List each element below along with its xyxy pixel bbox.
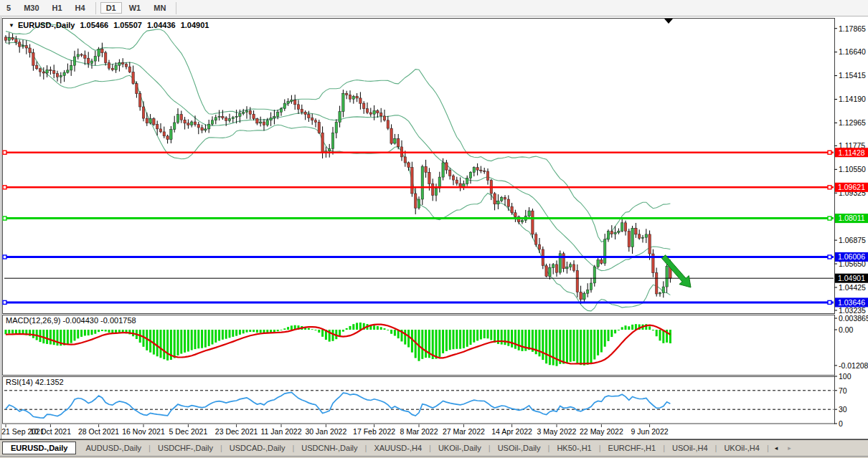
- candle-bull: [587, 290, 589, 293]
- date-axis-label[interactable]: 3 May 2022: [537, 427, 577, 436]
- candle-bear: [156, 125, 159, 129]
- macd-bar: [456, 330, 458, 349]
- price-axis-label[interactable]: 1.10550: [839, 165, 866, 173]
- macd-bar: [652, 330, 654, 330]
- macd-bar: [387, 330, 389, 330]
- candle-bull: [331, 133, 334, 148]
- date-axis-label[interactable]: 27 Mar 2022: [443, 427, 485, 436]
- chart-tab-USDCAD-Daily[interactable]: USDCAD-,Daily: [223, 442, 292, 454]
- macd-bar: [218, 330, 220, 341]
- candle-bear: [56, 74, 58, 77]
- candle-bear: [84, 55, 86, 58]
- macd-bar: [356, 323, 358, 330]
- hline-anchor-right[interactable]: [828, 255, 831, 259]
- candle-bull: [659, 293, 661, 294]
- price-axis-label[interactable]: 1.16640: [839, 47, 866, 56]
- price-axis-label[interactable]: 1.17865: [839, 24, 866, 33]
- date-axis-label[interactable]: 5 Dec 2021: [169, 427, 208, 436]
- macd-bar: [473, 330, 475, 343]
- chart-tab-XAUUSD-H4[interactable]: XAUUSD-,H4: [367, 442, 428, 454]
- candle-bear: [180, 115, 182, 120]
- price-axis-label[interactable]: 1.12965: [839, 118, 866, 127]
- candle-bear: [425, 166, 427, 172]
- date-axis-label[interactable]: 17 Feb 2022: [353, 427, 395, 436]
- chart-tab-UKOil-H4[interactable]: UKOil-,H4: [717, 442, 766, 454]
- chart-tab-AUDUSD-Daily[interactable]: AUDUSD-,Daily: [79, 442, 148, 454]
- chart-tab-USOil-H4[interactable]: USOil-,H4: [666, 442, 714, 454]
- candle-bear: [318, 123, 320, 133]
- hline-anchor-right[interactable]: [828, 151, 831, 154]
- candle-bear: [36, 65, 38, 69]
- date-axis-label[interactable]: 9 Jun 2022: [631, 427, 669, 436]
- candle-bull: [174, 123, 176, 130]
- date-axis-label[interactable]: 28 Oct 2021: [78, 427, 119, 436]
- candle-bull: [232, 118, 234, 119]
- candle-bear: [136, 84, 138, 94]
- macd-bar: [277, 330, 279, 331]
- candle-bull: [63, 72, 65, 75]
- tab-scroll-right-icon[interactable]: ▸: [783, 444, 796, 452]
- date-axis-label[interactable]: 14 Apr 2022: [491, 427, 532, 436]
- chart-tab-USDCNH-Daily[interactable]: USDCNH-,Daily: [295, 442, 364, 454]
- chart-dropdown-icon[interactable]: ▼: [9, 22, 14, 29]
- rsi-panel[interactable]: [3, 377, 835, 424]
- hline-anchor-right[interactable]: [828, 216, 831, 220]
- candle-bull: [473, 168, 475, 173]
- hline-anchor-right[interactable]: [828, 300, 831, 304]
- tab-scroll-left-icon[interactable]: ◂: [770, 444, 783, 452]
- date-axis-label[interactable]: 30 Jan 2022: [305, 427, 346, 436]
- macd-bar: [576, 330, 578, 363]
- candle-bear: [184, 120, 186, 123]
- date-axis-label[interactable]: 8 Mar 2022: [400, 427, 438, 436]
- chart-tab-USOil-Daily[interactable]: USOil-,Daily: [491, 442, 547, 454]
- price-axis-label[interactable]: 1.04425: [839, 283, 866, 292]
- chart-tab-UKOil-Daily[interactable]: UKOil-,Daily: [432, 442, 488, 454]
- candle-bear: [256, 119, 258, 123]
- chart-tab-HK50-H1[interactable]: HK50-,H1: [550, 442, 598, 454]
- hline-anchor-right[interactable]: [828, 186, 831, 189]
- date-axis-label[interactable]: 11 Jan 2022: [260, 427, 301, 436]
- macd-bar: [404, 330, 406, 345]
- hline-anchor-left[interactable]: [3, 300, 6, 304]
- candle-bull: [283, 103, 286, 109]
- candle-bull: [593, 267, 595, 283]
- macd-bar: [225, 330, 227, 339]
- candle-bear: [359, 98, 362, 103]
- candle-bear: [29, 48, 31, 53]
- price-axis-label[interactable]: 1.14190: [839, 95, 866, 103]
- price-badge-label: 1.11428: [838, 148, 864, 157]
- macd-bar: [483, 330, 486, 338]
- candle-bear: [294, 100, 296, 105]
- candle-bear: [580, 292, 582, 300]
- macd-bar: [608, 330, 610, 341]
- price-axis-label[interactable]: 1.15415: [839, 71, 866, 80]
- date-axis-label[interactable]: 16 Nov 2021: [122, 427, 165, 436]
- hline-anchor-left[interactable]: [3, 151, 6, 154]
- hline-anchor-left[interactable]: [3, 216, 6, 220]
- macd-bar: [618, 330, 620, 330]
- hline-anchor-left[interactable]: [3, 186, 6, 189]
- date-axis-label[interactable]: 23 Dec 2021: [215, 427, 258, 436]
- candle-bear: [49, 70, 52, 70]
- macd-axis-label: 0.00: [839, 325, 854, 334]
- candle-bear: [369, 113, 372, 114]
- chart-tab-EURCHF-H1[interactable]: EURCHF-,H1: [602, 442, 663, 454]
- date-axis-label[interactable]: 10 Oct 2021: [30, 427, 71, 436]
- candle-bear: [494, 194, 496, 204]
- chart-tab-USDCHF-Daily[interactable]: USDCHF-,Daily: [151, 442, 220, 454]
- price-axis-label[interactable]: 1.06875: [839, 236, 866, 244]
- macd-bar: [315, 330, 317, 330]
- macd-bar: [518, 330, 520, 350]
- candle-bull: [352, 96, 354, 99]
- candle-bear: [452, 176, 454, 180]
- chart-area[interactable]: 1.178651.166401.154151.141901.129651.117…: [0, 0, 868, 440]
- rsi-indicator-label: RSI(14) 42.1352: [6, 378, 64, 386]
- macd-bar: [11, 330, 14, 333]
- candle-bear: [648, 234, 651, 254]
- macd-bar: [562, 330, 565, 364]
- hline-anchor-left[interactable]: [3, 255, 6, 259]
- candle-bear: [600, 260, 603, 264]
- date-axis-label[interactable]: 22 May 2022: [580, 427, 623, 436]
- rsi-axis-label: 70: [839, 386, 847, 395]
- chart-tab-EURUSD-Daily[interactable]: EURUSD-,Daily: [2, 442, 76, 454]
